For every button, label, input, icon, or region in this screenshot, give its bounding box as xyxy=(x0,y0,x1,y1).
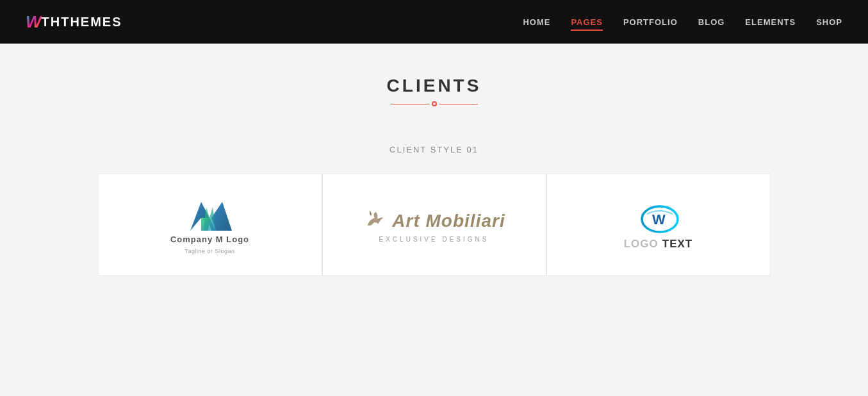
nav-link-blog[interactable]: BLOG xyxy=(698,17,725,27)
client-logo-2: Art Mobiliari EXCLUSIVE DESIGNS xyxy=(363,207,505,243)
nav-link-home[interactable]: HOME xyxy=(523,17,550,27)
navbar: W THTHEMES HOME PAGES PORTFOLIO BLOG ELE… xyxy=(0,0,868,44)
nav-item-shop[interactable]: SHOP xyxy=(816,16,842,28)
client-card-1[interactable]: Company M Logo Tagline or Slogan xyxy=(98,174,322,276)
w-logo-label: LOGO xyxy=(624,238,659,251)
nav-link-portfolio[interactable]: PORTFOLIO xyxy=(623,17,678,27)
section-divider xyxy=(0,101,868,106)
svg-text:W: W xyxy=(652,211,666,227)
client-card-2[interactable]: Art Mobiliari EXCLUSIVE DESIGNS xyxy=(322,174,546,276)
nav-link-shop[interactable]: SHOP xyxy=(816,17,842,27)
main-nav: HOME PAGES PORTFOLIO BLOG ELEMENTS SHOP xyxy=(523,16,842,28)
art-name-block: Art Mobiliari xyxy=(392,211,505,231)
client-1-tagline: Tagline or Slogan xyxy=(184,248,234,254)
logo-w-letter: W xyxy=(26,12,42,32)
w-circle-icon: W xyxy=(641,200,676,235)
art-name-text: Art Mobiliari xyxy=(392,211,505,231)
company-m-icon xyxy=(187,195,232,231)
w-brand-text: LOGO TEXT xyxy=(624,238,693,251)
nav-link-pages[interactable]: PAGES xyxy=(571,17,603,31)
client-style-label: CLIENT STYLE 01 xyxy=(0,145,868,154)
section-title: CLIENTS xyxy=(0,76,868,96)
divider-line-left xyxy=(391,104,429,104)
brand-logo[interactable]: W THTHEMES xyxy=(26,12,122,32)
client-1-name: Company M Logo xyxy=(170,235,249,244)
nav-item-blog[interactable]: BLOG xyxy=(698,16,725,28)
client-card-3[interactable]: W LOGO TEXT xyxy=(546,174,771,276)
client-2-subtitle: EXCLUSIVE DESIGNS xyxy=(379,236,489,243)
divider-dot xyxy=(432,101,437,106)
nav-link-elements[interactable]: ELEMENTS xyxy=(745,17,796,27)
art-bird-icon xyxy=(363,207,387,235)
clients-grid: Company M Logo Tagline or Slogan xyxy=(82,174,787,276)
client-logo-3: W LOGO TEXT xyxy=(624,200,693,251)
clients-section: CLIENT STYLE 01 xyxy=(0,126,868,315)
nav-item-elements[interactable]: ELEMENTS xyxy=(745,16,796,28)
art-mobiliari-main: Art Mobiliari xyxy=(363,207,505,235)
section-header: CLIENTS xyxy=(0,44,868,126)
logo-suffix: THTHEMES xyxy=(42,15,122,29)
nav-item-portfolio[interactable]: PORTFOLIO xyxy=(623,16,678,28)
client-logo-1: Company M Logo Tagline or Slogan xyxy=(170,195,249,254)
w-text-label: TEXT xyxy=(662,238,692,251)
divider-line-right xyxy=(439,104,478,104)
nav-item-pages[interactable]: PAGES xyxy=(571,16,603,28)
page-content: CLIENTS CLIENT STYLE 01 xyxy=(0,44,868,396)
nav-item-home[interactable]: HOME xyxy=(523,16,550,28)
